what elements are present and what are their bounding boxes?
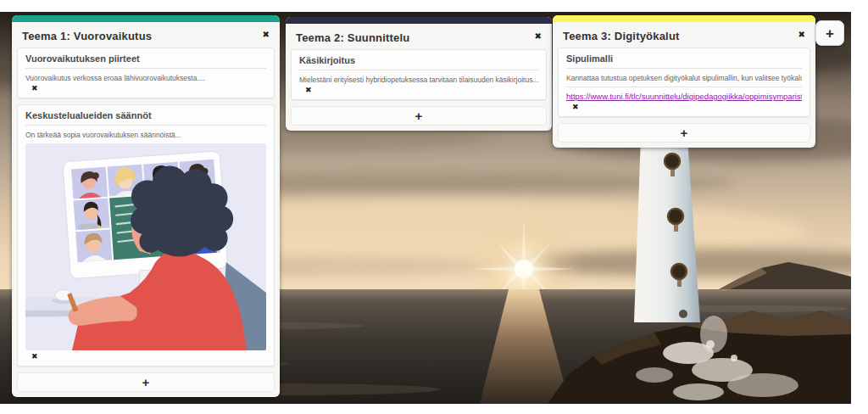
- plus-icon: +: [681, 126, 688, 139]
- note-card[interactable]: Käsikirjoitus Mielestäni erityisesti hyb…: [291, 49, 547, 100]
- add-note-button[interactable]: +: [291, 106, 547, 126]
- column-title: Teema 3: Digityökalut: [563, 30, 680, 42]
- close-icon[interactable]: ✖: [534, 31, 542, 42]
- board-canvas: Teema 1: Vuorovaikutus ✖ Vuorovaikutukse…: [0, 0, 868, 414]
- note-title: Vuorovaikutuksen piirteet: [25, 53, 266, 69]
- plus-icon: +: [142, 376, 150, 389]
- column-accent-bar: [12, 15, 280, 22]
- column-title: Teema 2: Suunnittelu: [296, 31, 410, 44]
- close-icon[interactable]: ✖: [262, 30, 270, 40]
- note-link-row: https://www.tuni.fi/tlc/suunnittelu/digi…: [566, 87, 802, 101]
- column-accent-bar: [553, 15, 815, 22]
- note-body: Kannattaa tutustua opetuksen digityökalu…: [566, 69, 802, 82]
- board-column-vuorovaikutus: Teema 1: Vuorovaikutus ✖ Vuorovaikutukse…: [12, 15, 280, 397]
- close-icon[interactable]: ✖: [25, 350, 266, 362]
- column-header: Teema 1: Vuorovaikutus ✖: [12, 22, 280, 48]
- column-title: Teema 1: Vuorovaikutus: [22, 30, 152, 42]
- note-card-with-image[interactable]: Keskustelualueiden säännöt On tärkeää so…: [17, 104, 275, 366]
- board-column-digityokalut: Teema 3: Digityökalut ✖ Sipulimalli Kann…: [553, 15, 815, 148]
- note-title: Keskustelualueiden säännöt: [25, 110, 266, 126]
- close-icon[interactable]: ✖: [798, 30, 806, 40]
- column-accent-bar: [286, 17, 552, 24]
- note-card-with-link[interactable]: Sipulimalli Kannattaa tutustua opetuksen…: [558, 48, 810, 117]
- plus-icon: +: [826, 27, 834, 40]
- note-body: On tärkeää sopia vuorovaikutuksen säännö…: [25, 126, 266, 139]
- note-body: Mielestäni erityisesti hybridiopetuksess…: [299, 70, 538, 84]
- note-title: Sipulimalli: [566, 53, 802, 69]
- close-icon[interactable]: ✖: [25, 82, 266, 94]
- column-header: Teema 2: Suunnittelu ✖: [286, 24, 552, 49]
- close-icon[interactable]: ✖: [299, 84, 538, 96]
- board-column-suunnittelu: Teema 2: Suunnittelu ✖ Käsikirjoitus Mie…: [286, 17, 552, 131]
- note-title: Käsikirjoitus: [299, 55, 538, 70]
- column-header: Teema 3: Digityökalut ✖: [553, 22, 815, 48]
- add-column-button[interactable]: +: [815, 20, 844, 46]
- plus-icon: +: [415, 109, 423, 122]
- note-link[interactable]: https://www.tuni.fi/tlc/suunnittelu/digi…: [566, 92, 802, 101]
- add-note-button[interactable]: +: [558, 123, 810, 143]
- note-card[interactable]: Vuorovaikutuksen piirteet Vuorovaikutus …: [17, 48, 275, 98]
- add-note-button[interactable]: +: [17, 372, 275, 392]
- close-icon[interactable]: ✖: [566, 101, 802, 113]
- note-body: Vuorovaikutus verkossa eroaa lähivuorova…: [25, 69, 266, 82]
- video-conference-illustration: [25, 143, 266, 350]
